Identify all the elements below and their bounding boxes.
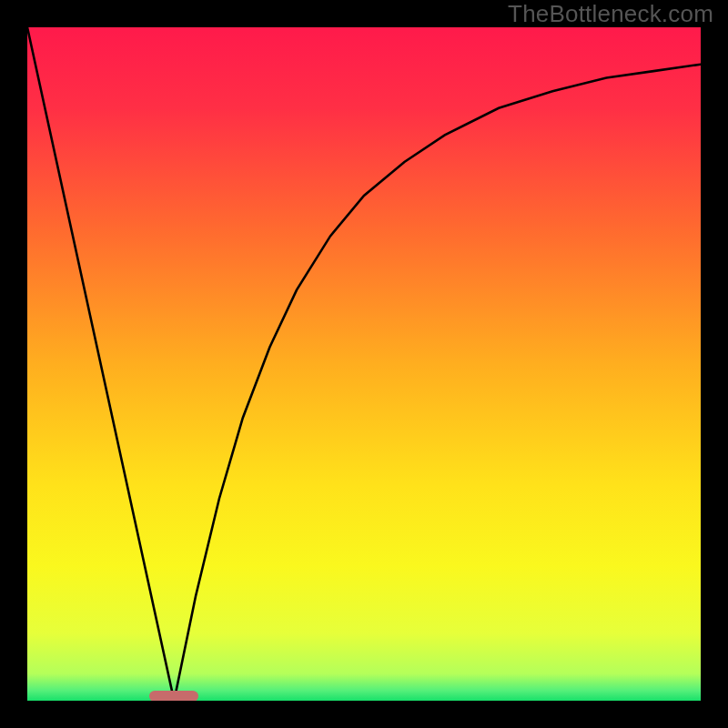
plot-area (27, 27, 701, 701)
right-curve (174, 65, 701, 701)
left-line (27, 27, 174, 701)
chart-frame: TheBottleneck.com (0, 0, 728, 728)
chart-curves (27, 27, 701, 701)
watermark-text: TheBottleneck.com (508, 0, 713, 28)
bottleneck-marker (149, 691, 198, 701)
